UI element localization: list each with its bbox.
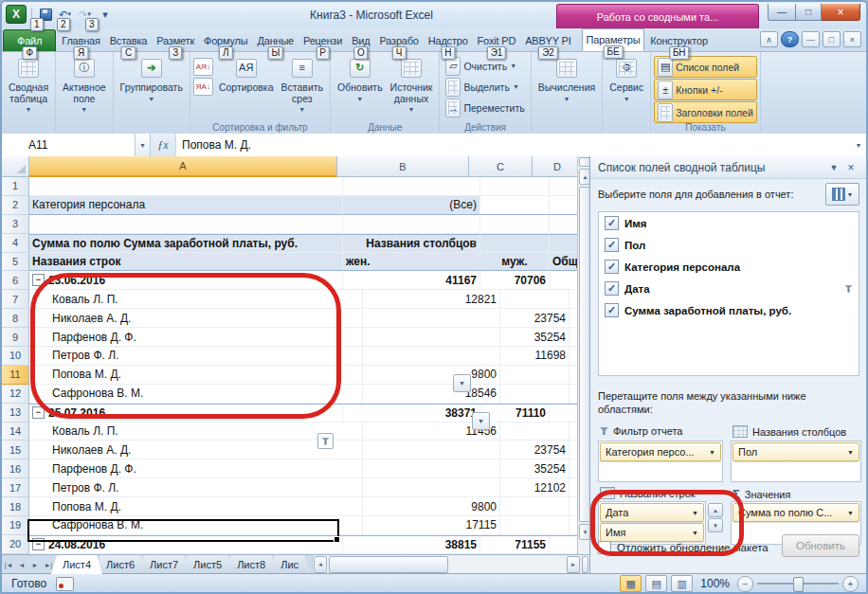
row-header-2[interactable]: 2	[2, 196, 29, 215]
value-field-Сумма по полю С...[interactable]: Сумма по полю С...▼	[732, 503, 859, 522]
report-filter-dropdown[interactable]: ▼	[453, 374, 471, 392]
vertical-scrollbar[interactable]: ▲ ▼	[577, 156, 590, 554]
pill-dropdown-icon[interactable]: ▼	[847, 449, 854, 456]
cell-B16[interactable]	[363, 459, 500, 478]
cell-C11[interactable]	[500, 366, 570, 385]
pill-dropdown-icon[interactable]: ▼	[709, 449, 715, 456]
tab-параметры[interactable]: ПараметрыБЕ	[582, 28, 645, 51]
ribbon-button-Обновить[interactable]: ↻Обновить▼	[334, 54, 387, 120]
customize-qat-button[interactable]: ▾	[97, 7, 114, 22]
tab-главная[interactable]: ГлавнаяЯ	[58, 30, 103, 51]
expand-formula-bar-icon[interactable]: ▼	[851, 134, 866, 156]
tab-конструктор[interactable]: КонструкторБН	[646, 30, 712, 51]
filter-area-box[interactable]: Категория персо...▼	[598, 441, 723, 482]
cell-B4[interactable]: Названия столбцов	[343, 234, 480, 253]
cell-B1[interactable]	[343, 177, 480, 196]
ribbon-button-Переместить[interactable]: →Переместить	[443, 98, 527, 117]
cell-A5[interactable]: Названия строк	[29, 253, 343, 272]
cell-C14[interactable]	[500, 423, 570, 441]
row-header-15[interactable]: 15	[2, 441, 29, 459]
name-box[interactable]: A11	[2, 134, 136, 156]
cell-A1[interactable]	[29, 177, 343, 196]
row-header-17[interactable]: 17	[2, 478, 29, 497]
name-box-dropdown-icon[interactable]: ▼	[136, 134, 151, 156]
pane-layout-button[interactable]: ▼	[825, 183, 859, 206]
next-sheet-icon[interactable]: ►	[28, 555, 42, 574]
cell-B3[interactable]	[343, 215, 480, 234]
cell-B13[interactable]: 38371	[343, 404, 480, 423]
row-labels-filter-button[interactable]	[317, 433, 334, 449]
tab-данные[interactable]: ДанныеЫ	[253, 30, 298, 51]
tab-рецензи[interactable]: РецензиР	[299, 30, 346, 51]
field-checkbox[interactable]: ✓	[605, 238, 619, 252]
ribbon-button-Выделить[interactable]: Выделить▼	[443, 77, 527, 97]
ribbon-button-Активное поле[interactable]: ⓘАктивноеполе▼	[59, 54, 109, 120]
row-header-18[interactable]: 18	[2, 497, 29, 516]
row-header-11[interactable]: 11	[2, 366, 29, 385]
field-row-Дата[interactable]: ✓Дата	[599, 278, 859, 299]
tab-надстро[interactable]: НадстроН	[425, 30, 472, 51]
cell-C17[interactable]: 12102	[500, 478, 570, 497]
row-header-14[interactable]: 14	[2, 423, 29, 441]
cell-C3[interactable]	[480, 215, 550, 234]
cell-A4[interactable]: Сумма по полю Сумма заработной платы, ру…	[29, 234, 343, 253]
cell-B10[interactable]	[363, 347, 500, 366]
sheet-tab-Лист6[interactable]: Лист6	[95, 555, 146, 574]
macro-record-icon[interactable]	[56, 577, 74, 591]
close-button[interactable]: ×	[822, 4, 860, 21]
cell-C20[interactable]: 71155	[480, 535, 550, 554]
zoom-in-button[interactable]: +	[842, 576, 859, 592]
cell-B12[interactable]: 18546	[363, 385, 500, 404]
field-row-Имя[interactable]: ✓Имя	[599, 212, 859, 234]
cell-C7[interactable]	[500, 290, 570, 309]
cell-B8[interactable]	[363, 309, 500, 328]
ribbon-button-Кнопки +/-[interactable]: ±Кнопки +/-	[654, 79, 757, 100]
field-row-Категория персонала[interactable]: ✓Категория персонала	[599, 256, 859, 278]
cell-A2[interactable]: Категория персонала	[29, 196, 343, 215]
fill-handle[interactable]	[334, 536, 340, 543]
horizontal-scroll-thumb[interactable]	[329, 556, 447, 573]
field-row-Пол[interactable]: ✓Пол	[599, 234, 859, 256]
row-header-8[interactable]: 8	[2, 309, 29, 328]
tab-файл[interactable]: ФайлФ	[3, 29, 56, 51]
scroll-left-icon[interactable]: ◄	[314, 556, 327, 573]
cell-B17[interactable]	[363, 478, 500, 497]
cell-B6[interactable]: 41167	[343, 271, 480, 290]
sort-desc-button[interactable]: ЯА↓	[193, 78, 213, 96]
ribbon-button-Очистить[interactable]: ▱Очистить▼	[443, 56, 527, 76]
cell-C19[interactable]	[500, 516, 570, 535]
row-header-13[interactable]: 13	[2, 404, 29, 423]
formula-input[interactable]: Попова М. Д.	[176, 134, 851, 156]
cell-C16[interactable]: 35254	[500, 459, 570, 478]
field-checkbox[interactable]: ✓	[605, 303, 619, 317]
help-icon[interactable]: ?	[781, 31, 799, 47]
cell-A18[interactable]: Попова М. Д.	[29, 497, 363, 516]
field-checkbox[interactable]: ✓	[605, 260, 619, 274]
cell-C10[interactable]: 11698	[500, 347, 570, 366]
tab-вид[interactable]: ВидО	[348, 30, 373, 51]
select-all-corner[interactable]	[2, 156, 29, 177]
row-header-19[interactable]: 19	[2, 516, 29, 535]
scroll-right-icon[interactable]: ►	[567, 556, 580, 573]
row-header-20[interactable]: 20	[2, 535, 29, 554]
row-header-5[interactable]: 5	[2, 253, 29, 272]
field-checkbox[interactable]: ✓	[605, 281, 619, 296]
ribbon-button-Заголовки полей[interactable]: Заголовки полей	[654, 101, 757, 123]
cell-A14[interactable]: Коваль Л. П.	[29, 423, 363, 441]
cell-C5[interactable]: муж.	[480, 253, 550, 272]
cell-B9[interactable]	[363, 328, 500, 347]
row-header-7[interactable]: 7	[2, 290, 29, 309]
sort-asc-button[interactable]: АЯ↓	[193, 58, 213, 76]
tab-формулы[interactable]: ФормулыЛ	[200, 30, 251, 51]
cell-C15[interactable]: 23754	[500, 441, 570, 459]
field-row-Сумма заработной платы, руб.[interactable]: ✓Сумма заработной платы, руб.	[599, 299, 859, 321]
ribbon-button-Вычисления[interactable]: Вычисления▼	[534, 54, 599, 120]
column-header-A[interactable]: A	[29, 156, 337, 177]
row-header-9[interactable]: 9	[2, 328, 29, 347]
tab-split-handle[interactable]	[582, 556, 588, 573]
excel-logo-icon[interactable]: X	[6, 5, 27, 24]
page-layout-view-button[interactable]: ▤	[645, 575, 667, 592]
column-field-Пол[interactable]: Пол▼	[732, 442, 859, 461]
ribbon-button-Вставить срез[interactable]: ≡Вставитьсрез▼	[278, 54, 328, 120]
columns-area-box[interactable]: Пол▼	[731, 441, 861, 482]
